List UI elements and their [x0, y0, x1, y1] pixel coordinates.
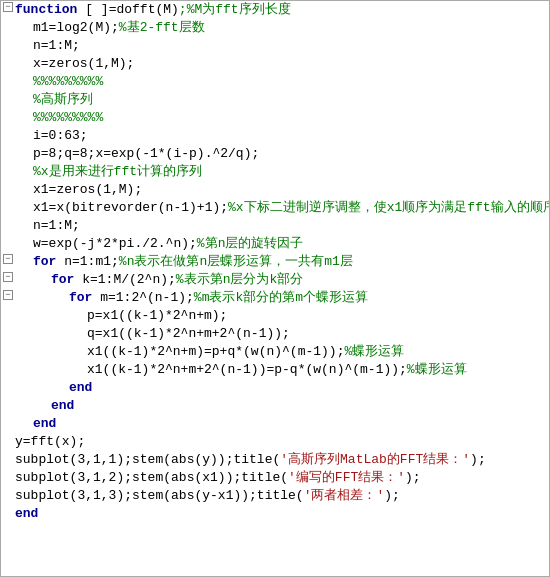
code-text: %高斯序列: [15, 91, 549, 109]
code-token: %n表示在做第n层蝶形运算，一共有m1层: [119, 254, 353, 269]
code-text: end: [15, 415, 549, 433]
code-line: end: [1, 415, 549, 433]
code-token: p=x1((k-1)*2^n+m);: [87, 308, 227, 323]
code-line: %高斯序列: [1, 91, 549, 109]
code-line: x1((k-1)*2^n+m+2^(n-1))=p-q*(w(n)^(m-1))…: [1, 361, 549, 379]
code-line: end: [1, 397, 549, 415]
code-token: x1=zeros(1,M);: [33, 182, 142, 197]
gutter: [1, 73, 15, 74]
code-text: end: [15, 505, 549, 523]
code-text: q=x1((k-1)*2^n+m+2^(n-1));: [15, 325, 549, 343]
code-token: %基2-fft层数: [119, 20, 205, 35]
code-token: end: [69, 380, 92, 395]
code-line: w=exp(-j*2*pi./2.^n);%第n层的旋转因子: [1, 235, 549, 253]
code-token: q=x1((k-1)*2^n+m+2^(n-1));: [87, 326, 290, 341]
code-token: x1((k-1)*2^n+m+2^(n-1))=p-q*(w(n)^(m-1))…: [87, 362, 407, 377]
code-token: %表示第n层分为k部分: [176, 272, 303, 287]
code-token: for: [51, 272, 74, 287]
code-line: %x是用来进行fft计算的序列: [1, 163, 549, 181]
code-text: for n=1:m1;%n表示在做第n层蝶形运算，一共有m1层: [15, 253, 549, 271]
gutter: [1, 307, 15, 308]
code-line: i=0:63;: [1, 127, 549, 145]
code-line: q=x1((k-1)*2^n+m+2^(n-1));: [1, 325, 549, 343]
code-line: m1=log2(M);%基2-fft层数: [1, 19, 549, 37]
code-text: p=x1((k-1)*2^n+m);: [15, 307, 549, 325]
code-token: ;%M为fft序列长度: [179, 2, 291, 17]
code-line: subplot(3,1,2);stem(abs(x1));title('编写的F…: [1, 469, 549, 487]
code-token: %第n层的旋转因子: [197, 236, 304, 251]
code-line: n=1:M;: [1, 37, 549, 55]
code-token: );: [470, 452, 486, 467]
code-token: for: [69, 290, 92, 305]
gutter: [1, 109, 15, 110]
collapse-icon[interactable]: −: [3, 290, 13, 300]
code-token: w=exp(-j*2*pi./2.^n);: [33, 236, 197, 251]
code-token: y=fft(x);: [15, 434, 85, 449]
code-line: y=fft(x);: [1, 433, 549, 451]
code-token: %%%%%%%%%: [33, 110, 103, 125]
collapse-icon[interactable]: −: [3, 2, 13, 12]
gutter: −: [1, 253, 15, 264]
collapse-icon[interactable]: −: [3, 254, 13, 264]
code-text: %x是用来进行fft计算的序列: [15, 163, 549, 181]
code-token: subplot(3,1,2);stem(abs(x1));title(: [15, 470, 288, 485]
code-token: end: [51, 398, 74, 413]
code-line: %%%%%%%%%: [1, 73, 549, 91]
code-line: p=x1((k-1)*2^n+m);: [1, 307, 549, 325]
gutter: −: [1, 271, 15, 282]
gutter: [1, 505, 15, 506]
code-text: function [ ]=dofft(M);%M为fft序列长度: [15, 1, 549, 19]
code-line: n=1:M;: [1, 217, 549, 235]
code-token: m1=log2(M);: [33, 20, 119, 35]
code-token: p=8;q=8;x=exp(-1*(i-p).^2/q);: [33, 146, 259, 161]
code-line: x1((k-1)*2^n+m)=p+q*(w(n)^(m-1));%蝶形运算: [1, 343, 549, 361]
gutter: −: [1, 289, 15, 300]
code-text: y=fft(x);: [15, 433, 549, 451]
code-line: x=zeros(1,M);: [1, 55, 549, 73]
code-token: k=1:M/(2^n);: [74, 272, 175, 287]
gutter: [1, 127, 15, 128]
code-line: x1=x(bitrevorder(n-1)+1);%x下标二进制逆序调整，使x1…: [1, 199, 549, 217]
code-editor: −function [ ]=dofft(M);%M为fft序列长度m1=log2…: [0, 0, 550, 577]
code-text: for k=1:M/(2^n);%表示第n层分为k部分: [15, 271, 549, 289]
gutter: [1, 91, 15, 92]
code-text: x1=x(bitrevorder(n-1)+1);%x下标二进制逆序调整，使x1…: [15, 199, 550, 217]
code-text: end: [15, 379, 549, 397]
gutter: [1, 217, 15, 218]
code-token: n=1:M;: [33, 38, 80, 53]
code-text: x1=zeros(1,M);: [15, 181, 549, 199]
code-token: %高斯序列: [33, 92, 93, 107]
gutter: [1, 199, 15, 200]
code-token: x=zeros(1,M);: [33, 56, 134, 71]
gutter: [1, 469, 15, 470]
gutter: [1, 361, 15, 362]
gutter: [1, 343, 15, 344]
gutter: [1, 145, 15, 146]
code-line: end: [1, 379, 549, 397]
code-token: for: [33, 254, 56, 269]
code-line: −for m=1:2^(n-1);%m表示k部分的第m个蝶形运算: [1, 289, 549, 307]
code-token: (M): [155, 2, 178, 17]
code-line: subplot(3,1,3);stem(abs(y-x1));title('两者…: [1, 487, 549, 505]
code-token: x1=x(bitrevorder(n-1)+1);: [33, 200, 228, 215]
code-token: );: [384, 488, 400, 503]
code-line: %%%%%%%%%: [1, 109, 549, 127]
code-text: x=zeros(1,M);: [15, 55, 549, 73]
code-line: −for n=1:m1;%n表示在做第n层蝶形运算，一共有m1层: [1, 253, 549, 271]
gutter: [1, 487, 15, 488]
code-text: x1((k-1)*2^n+m)=p+q*(w(n)^(m-1));%蝶形运算: [15, 343, 549, 361]
code-token: subplot(3,1,3);stem(abs(y-x1));title(: [15, 488, 304, 503]
code-text: n=1:M;: [15, 37, 549, 55]
code-text: end: [15, 397, 549, 415]
gutter: [1, 37, 15, 38]
code-line: −function [ ]=dofft(M);%M为fft序列长度: [1, 1, 549, 19]
code-token: %x是用来进行fft计算的序列: [33, 164, 202, 179]
code-token: %x下标二进制逆序调整，使x1顺序为满足fft输入的顺序: [228, 200, 550, 215]
code-text: %%%%%%%%%: [15, 73, 549, 91]
code-text: m1=log2(M);%基2-fft层数: [15, 19, 549, 37]
gutter: [1, 379, 15, 380]
gutter: [1, 19, 15, 20]
code-token: %m表示k部分的第m个蝶形运算: [194, 290, 368, 305]
code-text: p=8;q=8;x=exp(-1*(i-p).^2/q);: [15, 145, 549, 163]
collapse-icon[interactable]: −: [3, 272, 13, 282]
